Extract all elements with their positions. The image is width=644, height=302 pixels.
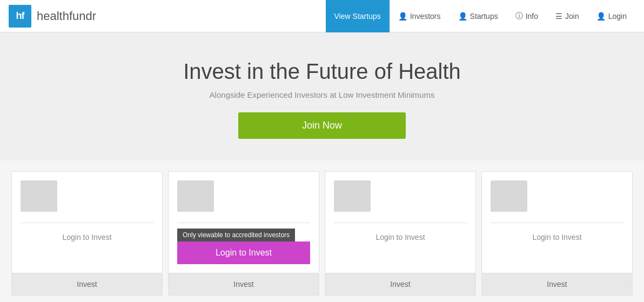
card-body-3: Login to Invest <box>325 172 475 273</box>
nav-label-login: Login <box>608 12 627 21</box>
logo-letters: hf <box>16 10 24 22</box>
header: hf healthfundr View Startups 👤 Investors… <box>0 0 644 32</box>
logo-area: hf healthfundr <box>9 5 326 28</box>
person-icon: 👤 <box>398 12 407 21</box>
card-footer-1[interactable]: Invest <box>12 273 162 295</box>
nav-item-startups[interactable]: 👤 Startups <box>450 0 507 32</box>
nav-item-info[interactable]: ⓘ Info <box>507 0 547 32</box>
nav-label-startups: Startups <box>470 12 498 21</box>
card-divider-2 <box>177 223 310 223</box>
startup-card-2: Only viewable to accredited investors Lo… <box>168 171 319 296</box>
nav-label-view-startups: View Startups <box>334 12 381 21</box>
card-thumbnail-4 <box>491 180 527 212</box>
card-divider-4 <box>491 223 623 223</box>
nav-label-investors: Investors <box>410 12 441 21</box>
info-icon: ⓘ <box>515 11 523 21</box>
startup-card-1: Login to Invest Invest <box>11 171 163 296</box>
accredited-notice: Only viewable to accredited investors <box>177 229 295 241</box>
card-divider-1 <box>21 223 153 223</box>
logo-icon: hf <box>9 5 31 28</box>
nav-item-join[interactable]: ☰ Join <box>547 0 588 32</box>
card-divider-3 <box>334 223 467 223</box>
login-invest-button-2[interactable]: Login to Invest <box>177 241 310 264</box>
card-footer-2[interactable]: Invest <box>169 273 319 295</box>
cards-section: Login to Invest Invest Only viewable to … <box>0 160 644 302</box>
nav-item-login[interactable]: 👤 Login <box>588 0 635 32</box>
list-icon: ☰ <box>555 12 562 21</box>
card-footer-4[interactable]: Invest <box>482 273 632 295</box>
card-thumbnail-1 <box>21 180 57 212</box>
nav-item-investors[interactable]: 👤 Investors <box>390 0 450 32</box>
card-body-2: Only viewable to accredited investors Lo… <box>169 172 319 273</box>
card-thumbnail-3 <box>334 180 371 212</box>
card-body-1: Login to Invest <box>12 172 162 273</box>
card-body-4: Login to Invest <box>482 172 632 273</box>
nav-label-join: Join <box>565 12 579 21</box>
nav-label-info: Info <box>526 12 538 21</box>
nav-item-view-startups[interactable]: View Startups <box>326 0 390 32</box>
hero-subtitle: Alongside Experienced Investors at Low I… <box>11 90 633 99</box>
card-login-text-1: Login to Invest <box>21 229 153 246</box>
startup-card-4: Login to Invest Invest <box>481 171 633 296</box>
login-person-icon: 👤 <box>596 12 606 21</box>
startup-card-3: Login to Invest Invest <box>325 171 476 296</box>
hero-title: Invest in the Future of Health <box>11 59 633 84</box>
card-login-text-4: Login to Invest <box>491 229 623 246</box>
join-now-button[interactable]: Join Now <box>238 112 406 139</box>
startup-icon: 👤 <box>458 12 467 21</box>
hero-section: Invest in the Future of Health Alongside… <box>0 32 644 160</box>
main-nav: View Startups 👤 Investors 👤 Startups ⓘ I… <box>326 0 635 32</box>
card-login-text-3: Login to Invest <box>334 229 467 246</box>
logo-name: healthfundr <box>37 9 96 23</box>
card-thumbnail-2 <box>177 180 214 212</box>
card-footer-3[interactable]: Invest <box>325 273 475 295</box>
